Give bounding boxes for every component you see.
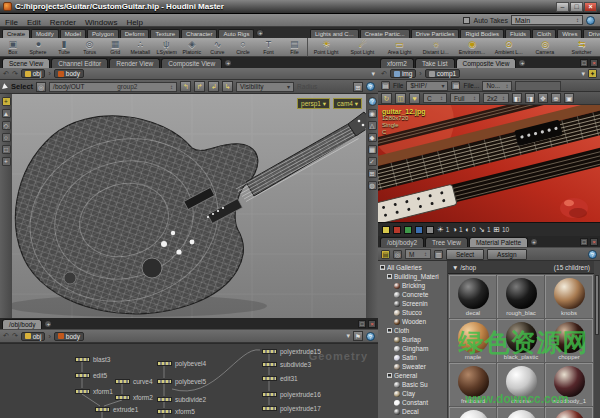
pane-tab-take-list[interactable]: Take List — [415, 58, 455, 68]
shelf-tab-modify[interactable]: Modify — [31, 29, 59, 38]
pane-tab-obj-body2[interactable]: /obj/body2 — [380, 237, 424, 247]
secure-selection-icon[interactable]: ◎ — [36, 82, 46, 92]
pane-tab-render-view[interactable]: Render View — [109, 58, 160, 68]
shelf-tab-cloth[interactable]: Cloth — [532, 29, 556, 38]
select-invert-button[interactable]: ↲ — [208, 81, 219, 92]
take-selector[interactable]: Main↕ — [511, 15, 583, 25]
favorite-icon[interactable]: ♥ — [409, 93, 420, 104]
node-polybevel5[interactable]: polybevel5 — [157, 378, 206, 385]
pane-tab-channel-editor[interactable]: Channel Editor — [51, 58, 108, 68]
material-cell-black-plastic[interactable]: black_plastic — [497, 319, 545, 363]
brightness-control[interactable]: ☀1 — [437, 225, 449, 234]
pin-icon[interactable]: ✦ — [588, 69, 597, 78]
refresh-gallery-icon[interactable]: ▥ — [434, 250, 443, 259]
back-icon[interactable]: ↶ — [381, 70, 387, 78]
tool-torus[interactable]: ◎Torus — [77, 40, 103, 55]
breadcrumb-obj[interactable]: obj — [21, 332, 46, 341]
node-xform2[interactable]: xform2 — [115, 394, 153, 401]
pane-maximize-icon[interactable]: □ — [580, 59, 588, 67]
breadcrumb-comp1[interactable]: comp1 — [425, 69, 461, 78]
material-cell-9[interactable] — [449, 407, 497, 418]
filter-target-icon[interactable]: ◎ — [393, 250, 402, 259]
pane-tab-material-palette[interactable]: Material Palette — [469, 237, 528, 247]
material-scrollbar[interactable] — [594, 261, 600, 418]
shelf-tab-drive-simula[interactable]: Drive Simula... — [583, 29, 600, 38]
shelf-tab-character[interactable]: Character — [181, 29, 217, 38]
menu-file[interactable]: File — [5, 18, 18, 27]
folder-icon[interactable]: ▤ — [381, 81, 390, 90]
composite-image-view[interactable]: guitar_12.jpg 1280x720 Single C — [378, 105, 600, 222]
wireframe-icon[interactable]: ▦ — [368, 145, 377, 154]
select-material-button[interactable]: Select — [446, 249, 484, 260]
offset-control[interactable]: ↘1 — [479, 225, 491, 234]
tree-item-concrete[interactable]: Concrete — [378, 290, 447, 299]
breadcrumb-body[interactable]: body — [54, 332, 84, 341]
shelf-tool-icon[interactable]: + — [2, 97, 11, 106]
camera-view-icon[interactable]: ◉ — [368, 109, 377, 118]
tool-grid[interactable]: ▦Grid — [102, 40, 128, 55]
flag-icon[interactable]: ⚑ — [353, 331, 363, 341]
color-swatch-2[interactable] — [404, 226, 412, 234]
persp-view-badge[interactable]: persp1 ▾ — [297, 98, 330, 109]
spinner-icon[interactable]: ↕ — [170, 84, 173, 90]
inspect-icon[interactable]: ⊕ — [551, 93, 561, 103]
tool-point-light[interactable]: ☀Point Light — [308, 40, 345, 55]
node-edit5[interactable]: edit5 — [75, 372, 107, 379]
pane-close-icon[interactable]: × — [590, 59, 598, 67]
tree-item-clay[interactable]: Clay — [378, 389, 447, 398]
material-cell-fretboard[interactable]: fretboard — [449, 363, 497, 407]
node-subdivide3[interactable]: subdivide3 — [262, 361, 311, 368]
shelf-tab-create[interactable]: Create — [2, 29, 30, 38]
snapshot-icon[interactable]: ▣ — [564, 93, 574, 103]
node-flags[interactable] — [115, 395, 130, 400]
tool-curve[interactable]: ∿Curve — [205, 40, 231, 55]
color-swatch-4[interactable] — [426, 226, 434, 234]
collapse-icon[interactable]: – — [380, 265, 385, 270]
hip-path-field[interactable]: $HIP/▾ — [406, 81, 448, 91]
takes-menu-icon[interactable] — [586, 16, 595, 25]
node-polyextrude17[interactable]: polyextrude17 — [262, 405, 321, 412]
tree-item-sweater[interactable]: Sweater — [378, 362, 447, 371]
pane-tab-xform2[interactable]: xform2 — [380, 58, 414, 68]
pane-tab-tree-view[interactable]: Tree View — [425, 237, 468, 247]
tree-item-cloth[interactable]: –Cloth — [378, 326, 447, 335]
tree-item-satin[interactable]: Satin — [378, 353, 447, 362]
color-swatch-1[interactable] — [393, 226, 401, 234]
node-polyextrude16[interactable]: polyextrude16 — [262, 391, 321, 398]
tree-item-all-galleries[interactable]: –All Galleries — [378, 263, 447, 272]
tool-lsystem[interactable]: ψLSystem — [153, 40, 179, 55]
shading-icon[interactable]: ◆ — [368, 133, 377, 142]
spinner-icon[interactable]: ↕ — [576, 17, 579, 23]
new-tab-icon[interactable]: + — [224, 59, 232, 67]
network-editor-canvas[interactable]: Geometry blast3edit5xform1curve4xform2ex… — [0, 343, 378, 418]
new-tab-icon[interactable]: + — [530, 238, 538, 246]
pane-tab-scene-view[interactable]: Scene View — [2, 58, 50, 68]
tool-sphere[interactable]: ●Sphere — [26, 40, 52, 55]
tree-item-stucco[interactable]: Stucco — [378, 308, 447, 317]
pane-close-icon[interactable]: × — [368, 320, 376, 328]
shelf-tab-wires[interactable]: Wires — [557, 29, 582, 38]
contrast-control[interactable]: ◑1 — [452, 225, 462, 234]
path-dropdown-icon[interactable]: ▾ — [371, 70, 375, 78]
reference-grid-icon[interactable]: ⊞ — [368, 169, 377, 178]
node-flags[interactable] — [157, 409, 172, 414]
node-polyextrude15[interactable]: polyextrude15 — [262, 348, 321, 355]
tree-item-screenin[interactable]: Screenin — [378, 299, 447, 308]
menu-windows[interactable]: Windows — [85, 18, 117, 27]
tool-box[interactable]: ▣Box — [0, 40, 26, 55]
select-tool-icon[interactable]: ▲ — [2, 109, 11, 118]
gallery-folder-icon[interactable]: ▤ — [381, 250, 390, 259]
help-icon[interactable]: ? — [366, 82, 375, 91]
tree-item-general[interactable]: –General — [378, 371, 447, 380]
path-dropdown-icon[interactable]: ▾ — [581, 70, 585, 78]
pan-icon[interactable]: ✥ — [538, 93, 548, 103]
pane-close-icon[interactable]: × — [590, 238, 598, 246]
path-dropdown-icon[interactable]: ▾ — [346, 332, 350, 340]
zoom-dropdown[interactable]: Full↕ — [450, 93, 480, 103]
compare-icon[interactable]: ◫ — [395, 93, 406, 104]
scrollbar-thumb[interactable] — [595, 275, 599, 335]
camera-badge[interactable]: cam4 ▾ — [333, 98, 362, 109]
node-flags[interactable] — [157, 397, 172, 402]
display-options-icon[interactable]: ◍ — [368, 181, 377, 190]
gamma-control[interactable]: ◐0 — [466, 225, 476, 234]
